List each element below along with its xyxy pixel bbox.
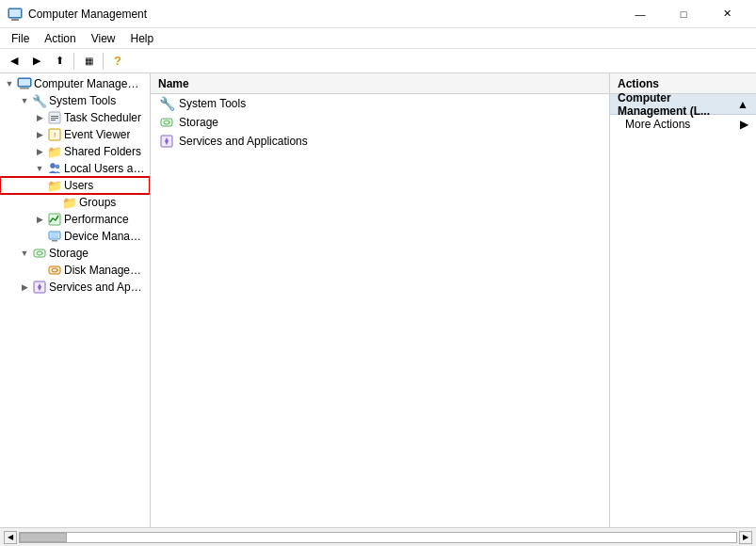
expander-disk (32, 262, 47, 279)
actions-section-chevron: ▲ (737, 98, 748, 111)
svg-rect-25 (161, 119, 172, 126)
tree-shared-label: Shared Folders (64, 145, 141, 158)
toolbar: ◀ ▶ ⬆ ▦ ? (0, 49, 756, 73)
computer-icon (17, 76, 32, 91)
content-storage-label: Storage (179, 116, 218, 129)
svg-point-23 (56, 269, 58, 271)
shared-folders-icon: 📁 (47, 144, 62, 159)
tree-root[interactable]: ▼ Computer Management (Local (0, 75, 150, 92)
toolbar-separator-1 (73, 53, 74, 70)
svg-point-20 (41, 252, 43, 254)
close-button[interactable]: ✕ (705, 0, 748, 28)
svg-rect-5 (19, 79, 30, 86)
content-storage-icon (158, 114, 175, 131)
menu-view[interactable]: View (84, 30, 123, 47)
scroll-right-arrow[interactable]: ▶ (739, 531, 752, 544)
svg-point-27 (169, 121, 170, 123)
tree-groups-label: Groups (79, 196, 116, 209)
expander-task[interactable]: ▶ (32, 109, 47, 126)
svg-rect-1 (11, 19, 19, 21)
svg-rect-17 (51, 233, 58, 238)
menu-help[interactable]: Help (123, 30, 162, 47)
tree-services-label: Services and Applications (49, 281, 146, 294)
toolbar-forward[interactable]: ▶ (26, 52, 47, 71)
disk-management-icon (47, 263, 62, 278)
services-icon (32, 280, 47, 295)
tree-system-tools[interactable]: ▼ 🔧 System Tools (0, 92, 150, 109)
more-actions-arrow: ▶ (740, 118, 748, 131)
toolbar-show-hide[interactable]: ▦ (78, 52, 99, 71)
menu-bar: File Action View Help (0, 28, 756, 49)
tree-users[interactable]: 📁 Users (0, 177, 150, 194)
actions-section-label: Computer Management (L... ▲ (610, 94, 756, 115)
menu-file[interactable]: File (4, 30, 37, 47)
tree-performance[interactable]: ▶ Performance (0, 211, 150, 228)
expander-root[interactable]: ▼ (2, 75, 17, 92)
svg-rect-2 (9, 9, 21, 17)
svg-point-13 (56, 165, 59, 169)
local-users-icon (47, 161, 62, 176)
expander-users (32, 177, 47, 194)
tree-task-scheduler[interactable]: ▶ Task Scheduler (0, 109, 150, 126)
tree-services[interactable]: ▶ Services and Applications (0, 279, 150, 296)
content-storage[interactable]: Storage (151, 113, 609, 132)
content-system-tools-label: System Tools (179, 97, 246, 110)
tree-storage-label: Storage (49, 247, 88, 260)
expander-perf[interactable]: ▶ (32, 211, 47, 228)
tree-disk-management[interactable]: Disk Management (0, 262, 150, 279)
svg-point-12 (51, 164, 56, 169)
storage-icon (32, 246, 47, 261)
actions-panel: Actions Computer Management (L... ▲ More… (610, 73, 756, 527)
content-services-icon (158, 133, 175, 150)
expander-services[interactable]: ▶ (17, 279, 32, 296)
content-services-label: Services and Applications (179, 135, 308, 148)
tree-event-viewer[interactable]: ▶ ! Event Viewer (0, 126, 150, 143)
tree-local-users-label: Local Users and Groups (64, 162, 146, 175)
content-system-tools[interactable]: 🔧 System Tools (151, 94, 609, 113)
task-scheduler-icon (47, 110, 62, 125)
tree-groups[interactable]: 📁 Groups (0, 194, 150, 211)
device-manager-icon (47, 229, 62, 244)
content-system-tools-icon: 🔧 (158, 95, 175, 112)
scroll-left-arrow[interactable]: ◀ (4, 531, 17, 544)
toolbar-up[interactable]: ⬆ (49, 52, 70, 71)
minimize-button[interactable]: — (619, 0, 662, 28)
groups-folder-icon: 📁 (62, 195, 77, 210)
content-panel: Name 🔧 System Tools Storage Ser (151, 73, 610, 527)
svg-rect-21 (49, 266, 60, 274)
tree-shared-folders[interactable]: ▶ 📁 Shared Folders (0, 143, 150, 160)
tree-device-manager[interactable]: Device Manager (0, 228, 150, 245)
expander-storage[interactable]: ▼ (17, 245, 32, 262)
tree-storage[interactable]: ▼ Storage (0, 245, 150, 262)
expander-system-tools[interactable]: ▼ (17, 92, 32, 109)
scroll-area[interactable] (19, 532, 737, 543)
expander-local[interactable]: ▼ (32, 160, 47, 177)
expander-groups (47, 194, 62, 211)
tree-root-label: Computer Management (Local (34, 77, 146, 90)
expander-device (32, 228, 47, 245)
svg-rect-4 (20, 88, 29, 89)
expander-event[interactable]: ▶ (32, 126, 47, 143)
tree-event-label: Event Viewer (64, 128, 130, 141)
tree-local-users[interactable]: ▼ Local Users and Groups (0, 160, 150, 177)
status-bar: ◀ ▶ (0, 527, 756, 546)
maximize-button[interactable]: □ (662, 0, 705, 28)
more-actions-item[interactable]: More Actions ▶ (610, 115, 756, 134)
window-title: Computer Management (28, 8, 619, 21)
users-folder-icon: 📁 (47, 178, 62, 193)
tree-disk-label: Disk Management (64, 264, 146, 277)
toolbar-back[interactable]: ◀ (4, 52, 24, 71)
content-services[interactable]: Services and Applications (151, 132, 609, 151)
expander-shared[interactable]: ▶ (32, 143, 47, 160)
tree-perf-label: Performance (64, 213, 129, 226)
actions-section-text: Computer Management (L... (618, 91, 737, 118)
toolbar-help[interactable]: ? (107, 52, 128, 71)
performance-icon (47, 212, 62, 227)
main-container: ▼ Computer Management (Local ▼ 🔧 System … (0, 73, 756, 527)
event-viewer-icon: ! (47, 127, 62, 142)
svg-rect-18 (34, 249, 45, 257)
more-actions-label: More Actions (625, 118, 690, 131)
scroll-thumb (20, 533, 67, 542)
tree-panel: ▼ Computer Management (Local ▼ 🔧 System … (0, 73, 151, 527)
menu-action[interactable]: Action (37, 30, 83, 47)
